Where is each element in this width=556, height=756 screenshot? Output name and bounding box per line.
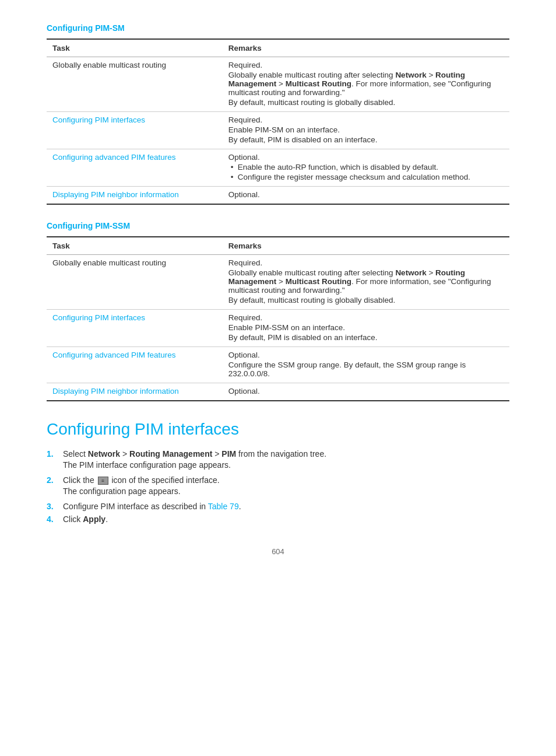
task-link[interactable]: Displaying PIM neighbor information bbox=[52, 387, 179, 396]
step-item: 3. Configure PIM interface as described … bbox=[47, 502, 509, 511]
remark-text: Optional. bbox=[228, 351, 504, 359]
step-sub: The PIM interface configuration page app… bbox=[63, 460, 509, 470]
pim-sm-heading: Configuring PIM-SM bbox=[47, 23, 509, 33]
col-remarks-sm: Remarks bbox=[223, 39, 509, 57]
task-cell: Globally enable multicast routing bbox=[47, 57, 223, 112]
step-number: 1. bbox=[47, 449, 63, 459]
step-main: Configure PIM interface as described in … bbox=[63, 502, 241, 511]
table-row: Configuring PIM interfaces Required.Enab… bbox=[47, 112, 509, 149]
main-section-heading: Configuring PIM interfaces bbox=[47, 420, 509, 439]
remark-text: Optional. bbox=[228, 153, 504, 162]
remark-text: By default, PIM is disabled on an interf… bbox=[228, 333, 504, 342]
remark-text: By default, PIM is disabled on an interf… bbox=[228, 135, 504, 144]
task-link[interactable]: Configuring advanced PIM features bbox=[52, 153, 176, 162]
task-cell: Configuring PIM interfaces bbox=[47, 310, 223, 347]
task-cell: Configuring PIM interfaces bbox=[47, 112, 223, 149]
task-cell: Globally enable multicast routing bbox=[47, 255, 223, 310]
step-item: 1. Select Network > Routing Management >… bbox=[47, 449, 509, 472]
remarks-cell: Optional.Configure the SSM group range. … bbox=[223, 347, 509, 383]
step-number: 3. bbox=[47, 502, 63, 511]
remarks-cell: Optional. bbox=[223, 187, 509, 205]
pim-sm-section: Configuring PIM-SM Task Remarks Globally… bbox=[47, 23, 509, 205]
step-main: Select Network > Routing Management > PI… bbox=[63, 449, 326, 459]
remark-text: Required. bbox=[228, 313, 504, 322]
col-remarks-ssm: Remarks bbox=[223, 237, 509, 255]
remark-text: Globally enable multicast routing after … bbox=[228, 268, 504, 295]
remark-text: By default, multicast routing is globall… bbox=[228, 296, 504, 304]
remarks-cell: Required.Globally enable multicast routi… bbox=[223, 255, 509, 310]
remarks-cell: Optional.Enable the auto-RP function, wh… bbox=[223, 149, 509, 187]
table-link[interactable]: Table 79 bbox=[208, 502, 239, 511]
remarks-cell: Required.Globally enable multicast routi… bbox=[223, 57, 509, 112]
remark-text: Required. bbox=[228, 116, 504, 124]
remark-text: Optional. bbox=[228, 387, 504, 396]
task-text: Globally enable multicast routing bbox=[52, 61, 166, 69]
step-content: Click Apply. bbox=[63, 514, 509, 524]
page-number: 604 bbox=[47, 547, 509, 556]
step-number: 2. bbox=[47, 475, 63, 485]
step-number: 4. bbox=[47, 514, 63, 524]
task-link[interactable]: Configuring PIM interfaces bbox=[52, 313, 145, 322]
remark-bullet: Configure the register message checksum … bbox=[228, 173, 504, 181]
remarks-cell: Required.Enable PIM-SSM on an interface.… bbox=[223, 310, 509, 347]
step-content: Select Network > Routing Management > PI… bbox=[63, 449, 509, 472]
remark-text: By default, multicast routing is globall… bbox=[228, 98, 504, 107]
pim-ssm-section: Configuring PIM-SSM Task Remarks Globall… bbox=[47, 221, 509, 401]
remark-text: Configure the SSM group range. By defaul… bbox=[228, 360, 504, 378]
step-main: Click the ≡ icon of the specified interf… bbox=[63, 475, 220, 485]
step-sub: The configuration page appears. bbox=[63, 487, 509, 496]
config-icon: ≡ bbox=[98, 477, 108, 485]
step-content: Configure PIM interface as described in … bbox=[63, 502, 509, 511]
task-cell: Configuring advanced PIM features bbox=[47, 347, 223, 383]
task-text: Globally enable multicast routing bbox=[52, 258, 166, 267]
pim-sm-table: Task Remarks Globally enable multicast r… bbox=[47, 38, 509, 205]
remark-text: Enable PIM-SM on an interface. bbox=[228, 125, 504, 134]
table-row: Displaying PIM neighbor information Opti… bbox=[47, 383, 509, 401]
table-row: Configuring advanced PIM features Option… bbox=[47, 347, 509, 383]
step-content: Click the ≡ icon of the specified interf… bbox=[63, 475, 509, 498]
col-task-sm: Task bbox=[47, 39, 223, 57]
remark-text: Optional. bbox=[228, 190, 504, 199]
task-link[interactable]: Displaying PIM neighbor information bbox=[52, 190, 179, 199]
step-item: 2. Click the ≡ icon of the specified int… bbox=[47, 475, 509, 498]
task-cell: Configuring advanced PIM features bbox=[47, 149, 223, 187]
task-cell: Displaying PIM neighbor information bbox=[47, 187, 223, 205]
remark-text: Required. bbox=[228, 61, 504, 69]
step-item: 4. Click Apply. bbox=[47, 514, 509, 524]
pim-ssm-heading: Configuring PIM-SSM bbox=[47, 221, 509, 230]
remarks-cell: Optional. bbox=[223, 383, 509, 401]
table-row: Configuring advanced PIM features Option… bbox=[47, 149, 509, 187]
configuring-pim-section: Configuring PIM interfaces 1. Select Net… bbox=[47, 420, 509, 524]
step-main: Click Apply. bbox=[63, 514, 108, 524]
col-task-ssm: Task bbox=[47, 237, 223, 255]
steps-list: 1. Select Network > Routing Management >… bbox=[47, 449, 509, 524]
table-row: Configuring PIM interfaces Required.Enab… bbox=[47, 310, 509, 347]
remark-text: Required. bbox=[228, 258, 504, 267]
remarks-cell: Required.Enable PIM-SM on an interface.B… bbox=[223, 112, 509, 149]
remark-text: Globally enable multicast routing after … bbox=[228, 71, 504, 97]
table-row: Globally enable multicast routing Requir… bbox=[47, 255, 509, 310]
remark-bullet: Enable the auto-RP function, which is di… bbox=[228, 163, 504, 172]
task-link[interactable]: Configuring advanced PIM features bbox=[52, 351, 176, 359]
pim-ssm-table: Task Remarks Globally enable multicast r… bbox=[47, 236, 509, 401]
table-row: Globally enable multicast routing Requir… bbox=[47, 57, 509, 112]
remark-text: Enable PIM-SSM on an interface. bbox=[228, 323, 504, 332]
table-row: Displaying PIM neighbor information Opti… bbox=[47, 187, 509, 205]
task-link[interactable]: Configuring PIM interfaces bbox=[52, 116, 145, 124]
task-cell: Displaying PIM neighbor information bbox=[47, 383, 223, 401]
